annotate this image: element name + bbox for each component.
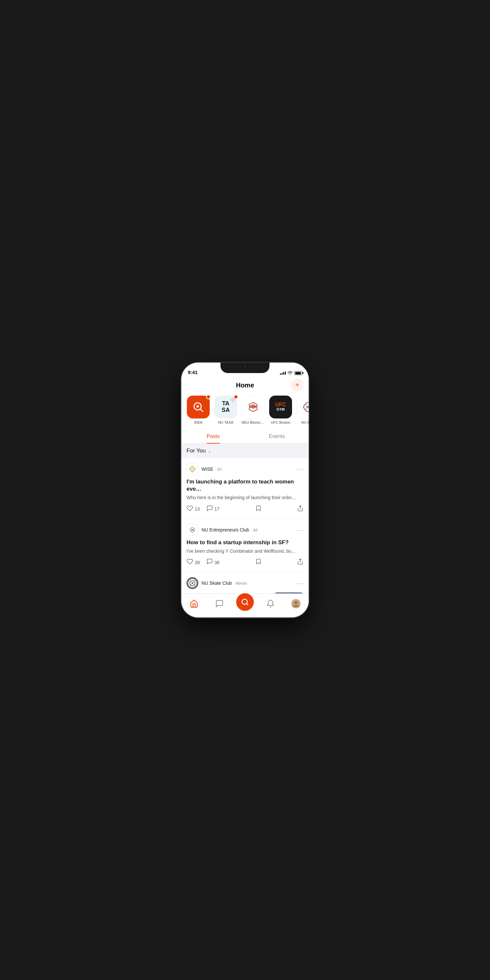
post-actions-2: 39 36 bbox=[186, 558, 304, 566]
tab-events[interactable]: Events bbox=[245, 430, 309, 443]
filter-label: For You bbox=[186, 447, 206, 454]
bookmark-button-1[interactable] bbox=[255, 505, 262, 513]
svg-point-21 bbox=[192, 582, 193, 584]
post-author-avatar-skate bbox=[186, 577, 198, 589]
post-card-2[interactable]: NU Entrepreneurs Club · 3d ··· How to fi… bbox=[181, 519, 309, 572]
comment-count-1: 17 bbox=[215, 506, 220, 512]
post-card-1[interactable]: WISE · 1h ··· I'm launching a platform t… bbox=[181, 458, 309, 519]
post-preview-1: Who here is in the beginning of launchin… bbox=[186, 495, 304, 501]
signal-bars-icon bbox=[280, 371, 286, 375]
tabs-bar: Posts Events bbox=[181, 430, 309, 444]
post-actions-1: 13 17 bbox=[186, 505, 304, 513]
svg-point-30 bbox=[294, 601, 298, 605]
skate-logo-icon bbox=[187, 578, 197, 588]
club-avatar-enu bbox=[297, 396, 309, 418]
page-header: Home + bbox=[181, 377, 309, 392]
share-button-2[interactable] bbox=[297, 558, 304, 566]
like-count-1: 13 bbox=[195, 506, 200, 512]
comment-button-1[interactable]: 17 bbox=[207, 505, 220, 513]
clubs-row: IDEA TA SA bbox=[181, 392, 309, 430]
post-title-2: How to find a startup internship in SF? bbox=[186, 539, 304, 546]
club-name-enu: NU En... bbox=[301, 420, 309, 424]
comment-button-2[interactable]: 36 bbox=[207, 558, 220, 566]
nav-search[interactable] bbox=[232, 597, 258, 611]
wise-logo-icon bbox=[189, 466, 196, 473]
page-title: Home bbox=[236, 382, 254, 389]
status-icons bbox=[280, 371, 302, 375]
search-cta-button[interactable] bbox=[236, 593, 254, 611]
svg-line-28 bbox=[247, 604, 248, 605]
club-avatar-idea bbox=[187, 396, 210, 418]
phone-frame: 9:41 Home + bbox=[181, 363, 309, 617]
club-item-tasa[interactable]: TA SA bbox=[214, 396, 237, 424]
post-author-name-2: NU Entrepreneurs Club · 3d bbox=[202, 527, 258, 533]
post-preview-2: I've been checking Y Combinator and Well… bbox=[186, 548, 304, 555]
search-icon bbox=[241, 598, 249, 606]
svg-point-13 bbox=[307, 406, 309, 408]
post-more-2[interactable]: ··· bbox=[296, 527, 304, 533]
nav-messages[interactable] bbox=[207, 600, 232, 608]
svg-point-6 bbox=[232, 401, 234, 402]
like-count-2: 39 bbox=[195, 560, 200, 565]
nav-notifications[interactable] bbox=[258, 600, 283, 608]
club-avatar-tasa: TA SA bbox=[214, 396, 237, 418]
share-button-1[interactable] bbox=[297, 505, 304, 513]
wifi-icon bbox=[288, 371, 293, 375]
club-item-idea[interactable]: IDEA bbox=[186, 396, 210, 424]
post-more-3[interactable]: ··· bbox=[296, 580, 304, 586]
club-name-idea: IDEA bbox=[194, 420, 202, 424]
battery-icon bbox=[294, 371, 302, 375]
neu-logo-icon bbox=[188, 526, 196, 534]
bottom-nav bbox=[181, 593, 309, 617]
club-avatar-blockchain bbox=[242, 396, 265, 418]
svg-point-7 bbox=[231, 399, 232, 401]
club-item-enu[interactable]: NU En... bbox=[296, 396, 309, 424]
club-item-blockchain[interactable]: NEU Blockch... bbox=[242, 396, 265, 424]
bookmark-button-2[interactable] bbox=[255, 558, 262, 566]
club-item-ufc[interactable]: UFC GYM UFC Boston bbox=[269, 396, 293, 424]
nav-profile[interactable] bbox=[283, 599, 309, 608]
main-content: Home + bbox=[181, 377, 309, 617]
svg-point-8 bbox=[232, 399, 234, 401]
profile-avatar-icon bbox=[291, 599, 301, 608]
post-author-name-3: NU Skate Club · 46min bbox=[202, 581, 247, 586]
bell-icon bbox=[266, 600, 275, 608]
club-avatar-ufc: UFC GYM bbox=[269, 396, 292, 418]
avatar bbox=[291, 599, 301, 608]
club-name-blockchain: NEU Blockch... bbox=[242, 420, 265, 424]
comment-count-2: 36 bbox=[215, 560, 220, 565]
status-time: 9:41 bbox=[188, 369, 197, 375]
add-button[interactable]: + bbox=[291, 379, 304, 391]
home-icon bbox=[190, 600, 198, 608]
club-name-ufc: UFC Boston bbox=[271, 420, 290, 424]
like-button-2[interactable]: 39 bbox=[186, 558, 200, 566]
post-more-1[interactable]: ··· bbox=[296, 466, 304, 473]
comment-icon bbox=[207, 505, 213, 513]
notification-dot-tasa bbox=[234, 395, 238, 399]
comment-icon-2 bbox=[207, 558, 213, 566]
heart-icon-2 bbox=[186, 558, 193, 566]
svg-marker-15 bbox=[191, 468, 194, 471]
tab-posts[interactable]: Posts bbox=[181, 430, 245, 443]
like-button-1[interactable]: 13 bbox=[186, 505, 200, 513]
svg-point-17 bbox=[192, 529, 193, 530]
post-time-1: · 1h bbox=[215, 467, 222, 472]
nav-home[interactable] bbox=[181, 600, 207, 608]
post-title-1: I'm launching a platform to teach women … bbox=[186, 478, 304, 493]
club-name-tasa: NU TASA bbox=[218, 420, 234, 424]
chat-icon bbox=[215, 600, 224, 608]
post-time-3: · 46min bbox=[233, 581, 247, 586]
svg-line-2 bbox=[200, 409, 203, 412]
post-author-avatar-wise bbox=[186, 463, 198, 475]
post-author-avatar-neu bbox=[186, 524, 198, 536]
svg-point-3 bbox=[197, 406, 199, 407]
notification-dot bbox=[206, 395, 211, 399]
svg-point-5 bbox=[234, 399, 235, 401]
plus-icon: + bbox=[295, 382, 299, 388]
heart-icon bbox=[186, 505, 193, 513]
post-time-2: · 3d bbox=[250, 528, 258, 533]
chevron-down-icon: ⌄ bbox=[208, 448, 212, 453]
blockchain-logo-icon bbox=[246, 400, 260, 414]
notch-camera bbox=[243, 366, 247, 369]
filter-row[interactable]: For You ⌄ bbox=[181, 444, 309, 458]
